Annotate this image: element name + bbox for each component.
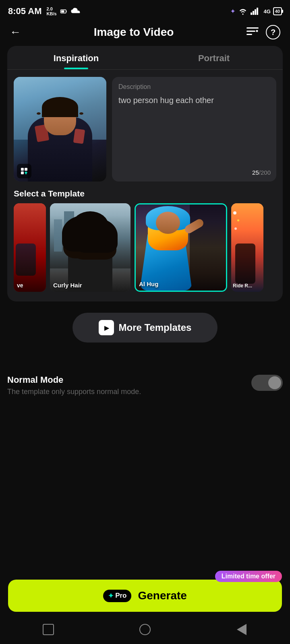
triangle-icon: [237, 624, 246, 635]
toggle-knob: [268, 376, 281, 389]
template-item-curly-hair[interactable]: Curly Hair: [50, 203, 130, 292]
cloud-icon: [70, 8, 82, 15]
generate-label: Generate: [138, 589, 186, 602]
generate-button[interactable]: ✦ Pro Generate: [8, 580, 282, 612]
svg-rect-15: [25, 171, 27, 174]
status-right: ✦ 4G 40: [230, 7, 282, 15]
header: ← Image to Video ?: [0, 21, 290, 46]
template-label-al-hug: Al Hug: [139, 281, 158, 287]
battery-indicator: 40: [273, 7, 282, 15]
nav-home-button[interactable]: [135, 619, 155, 640]
templates-scroll: ve Curly Hair: [7, 203, 283, 293]
bottom-nav: [0, 615, 290, 644]
normal-mode-title: Normal Mode: [7, 375, 141, 385]
template-label-ve: ve: [17, 282, 23, 289]
normal-mode-section: Normal Mode The template only supports n…: [7, 375, 283, 396]
normal-mode-text: Normal Mode The template only supports n…: [7, 375, 141, 396]
ai-icon: ✦: [230, 8, 235, 14]
content-row: Description two person hug each other 25…: [7, 70, 283, 187]
svg-rect-7: [246, 27, 259, 29]
image-preview[interactable]: [14, 77, 106, 182]
add-image-icon[interactable]: [17, 164, 31, 178]
header-icons: ?: [246, 25, 280, 39]
normal-mode-toggle[interactable]: [251, 375, 283, 391]
svg-rect-11: [21, 168, 24, 171]
description-box[interactable]: Description two person hug each other 25…: [112, 77, 276, 182]
circle-icon: [139, 624, 151, 635]
filter-icon[interactable]: [246, 26, 259, 39]
normal-mode-description: The template only supports normal mode.: [7, 388, 141, 396]
svg-rect-12: [25, 168, 27, 171]
template-label-curly-hair: Curly Hair: [53, 282, 82, 289]
char-max: 200: [261, 169, 271, 176]
wifi-icon: [238, 7, 248, 15]
page-title: Image to Video: [94, 26, 174, 39]
description-counter: 25/200: [252, 169, 271, 176]
svg-rect-5: [255, 9, 256, 15]
square-icon: [43, 624, 54, 635]
pro-star: ✦: [108, 592, 114, 600]
svg-rect-2: [61, 10, 64, 12]
more-templates-button[interactable]: More Templates: [72, 313, 218, 343]
tab-portrait[interactable]: Portrait: [145, 46, 283, 69]
speed-unit: KB/s: [47, 11, 57, 16]
limited-offer-badge: Limited time offer: [215, 571, 282, 582]
generate-section: Limited time offer ✦ Pro Generate: [0, 580, 290, 612]
svg-point-10: [256, 30, 258, 32]
svg-rect-9: [246, 34, 252, 35]
signal-icon: [251, 8, 261, 15]
more-templates-label: More Templates: [119, 322, 192, 333]
status-bar: 8:05 AM 2.0 KB/s ✦ 4G 40: [0, 0, 290, 21]
description-text[interactable]: two person hug each other: [118, 95, 270, 106]
template-item-ve[interactable]: ve: [14, 203, 46, 292]
play-icon: [99, 320, 114, 335]
svg-rect-4: [253, 11, 254, 15]
nav-back-button[interactable]: [232, 619, 252, 640]
char-count: 25: [252, 169, 259, 176]
pro-label: Pro: [115, 592, 126, 600]
tab-bar: Inspiration Portrait: [7, 46, 283, 70]
network-type: 4G: [263, 8, 270, 14]
preview-image: [14, 77, 106, 182]
description-label: Description: [118, 83, 270, 91]
main-card: Inspiration Portrait: [7, 46, 283, 301]
template-label-ride: Ride R...: [233, 283, 252, 289]
battery-charging-icon: [60, 8, 67, 15]
time-display: 8:05 AM: [8, 6, 42, 17]
nav-square-button[interactable]: [38, 619, 58, 640]
back-button[interactable]: ←: [10, 26, 21, 39]
svg-rect-1: [66, 11, 67, 12]
help-icon[interactable]: ?: [266, 25, 280, 39]
template-item-ride[interactable]: Ride R...: [231, 203, 263, 292]
select-template-label: Select a Template: [7, 187, 283, 203]
battery-level: 40: [275, 9, 280, 14]
svg-rect-6: [257, 8, 258, 15]
svg-rect-8: [246, 31, 255, 32]
status-left: 8:05 AM 2.0 KB/s: [8, 6, 82, 17]
speed-display: 2.0: [47, 6, 57, 11]
svg-rect-3: [251, 12, 252, 15]
tab-inspiration[interactable]: Inspiration: [7, 46, 145, 69]
svg-rect-13: [21, 171, 24, 174]
template-item-al-hug[interactable]: Al Hug: [135, 203, 227, 292]
pro-badge: ✦ Pro: [103, 590, 131, 602]
